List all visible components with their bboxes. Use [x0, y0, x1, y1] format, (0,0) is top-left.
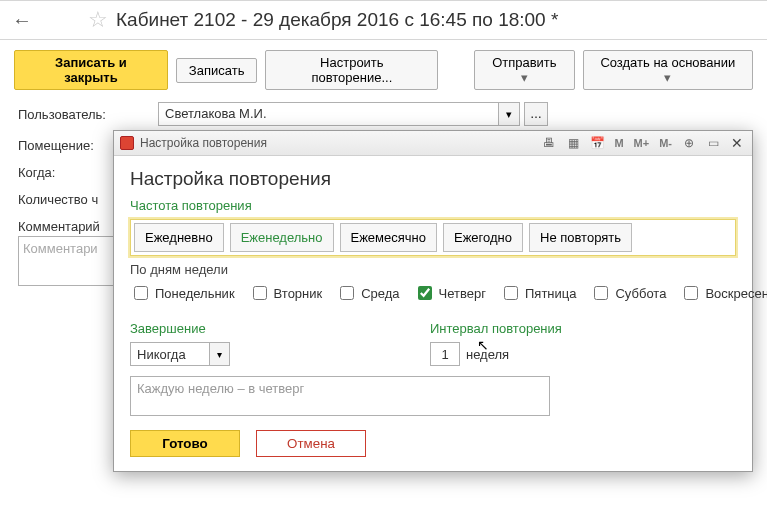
- zoom-icon[interactable]: ⊕: [680, 134, 698, 152]
- day-wed-checkbox[interactable]: Среда: [336, 283, 399, 303]
- close-icon[interactable]: ✕: [728, 134, 746, 152]
- day-fri-label: Пятница: [525, 286, 576, 301]
- user-label: Пользователь:: [18, 107, 158, 122]
- create-based-on-button[interactable]: Создать на основании: [583, 50, 753, 90]
- user-ellipsis-button[interactable]: …: [524, 102, 548, 126]
- day-sat-checkbox[interactable]: Суббота: [590, 283, 666, 303]
- favorite-star-icon[interactable]: ☆: [88, 7, 108, 33]
- frequency-buttongroup: Ежедневно Еженедельно Ежемесячно Ежегодн…: [130, 219, 736, 256]
- calendar-icon[interactable]: 📅: [588, 134, 606, 152]
- memory-mminus-button[interactable]: M-: [657, 137, 674, 149]
- save-button[interactable]: Записать: [176, 58, 258, 83]
- dialog-heading: Настройка повторения: [130, 168, 736, 190]
- day-fri-checkbox[interactable]: Пятница: [500, 283, 576, 303]
- dialog-title: Настройка повторения: [140, 136, 267, 150]
- freq-daily-button[interactable]: Ежедневно: [134, 223, 224, 252]
- repeat-setup-button[interactable]: Настроить повторение...: [265, 50, 438, 90]
- day-wed-label: Среда: [361, 286, 399, 301]
- frequency-heading: Частота повторения: [130, 198, 736, 213]
- page-title: Кабинет 2102 - 29 декабря 2016 с 16:45 п…: [116, 9, 558, 31]
- interval-input[interactable]: 1: [430, 342, 460, 366]
- end-select[interactable]: Никогда: [130, 342, 210, 366]
- freq-weekly-button[interactable]: Еженедельно: [230, 223, 334, 252]
- interval-unit-label: неделя: [466, 347, 509, 362]
- user-input[interactable]: Светлакова М.И.: [158, 102, 498, 126]
- user-dropdown-icon[interactable]: ▾: [498, 102, 520, 126]
- day-tue-checkbox[interactable]: Вторник: [249, 283, 323, 303]
- day-tue-label: Вторник: [274, 286, 323, 301]
- day-mon-checkbox[interactable]: Понедельник: [130, 283, 235, 303]
- cancel-button[interactable]: Отмена: [256, 430, 366, 457]
- print-icon[interactable]: 🖶: [540, 134, 558, 152]
- send-button[interactable]: Отправить: [474, 50, 575, 90]
- freq-never-button[interactable]: Не повторять: [529, 223, 632, 252]
- interval-heading: Интервал повторения: [430, 321, 562, 336]
- minimize-icon[interactable]: ▭: [704, 134, 722, 152]
- calc-icon[interactable]: ▦: [564, 134, 582, 152]
- save-and-close-button[interactable]: Записать и закрыть: [14, 50, 168, 90]
- memory-m-button[interactable]: M: [612, 137, 625, 149]
- summary-text: Каждую неделю – в четверг: [130, 376, 550, 416]
- freq-monthly-button[interactable]: Ежемесячно: [340, 223, 438, 252]
- repeat-settings-dialog: Настройка повторения 🖶 ▦ 📅 M M+ M- ⊕ ▭ ✕…: [113, 130, 753, 472]
- back-arrow-icon[interactable]: ←: [12, 9, 32, 32]
- day-sun-checkbox[interactable]: Воскресенье: [680, 283, 767, 303]
- app-icon: [120, 136, 134, 150]
- memory-mplus-button[interactable]: M+: [632, 137, 652, 149]
- end-heading: Завершение: [130, 321, 230, 336]
- day-mon-label: Понедельник: [155, 286, 235, 301]
- day-sun-label: Воскресенье: [705, 286, 767, 301]
- freq-yearly-button[interactable]: Ежегодно: [443, 223, 523, 252]
- end-dropdown-icon[interactable]: ▾: [210, 342, 230, 366]
- ok-button[interactable]: Готово: [130, 430, 240, 457]
- day-thu-label: Четверг: [439, 286, 486, 301]
- day-thu-checkbox[interactable]: Четверг: [414, 283, 486, 303]
- day-sat-label: Суббота: [615, 286, 666, 301]
- days-heading: По дням недели: [130, 262, 736, 277]
